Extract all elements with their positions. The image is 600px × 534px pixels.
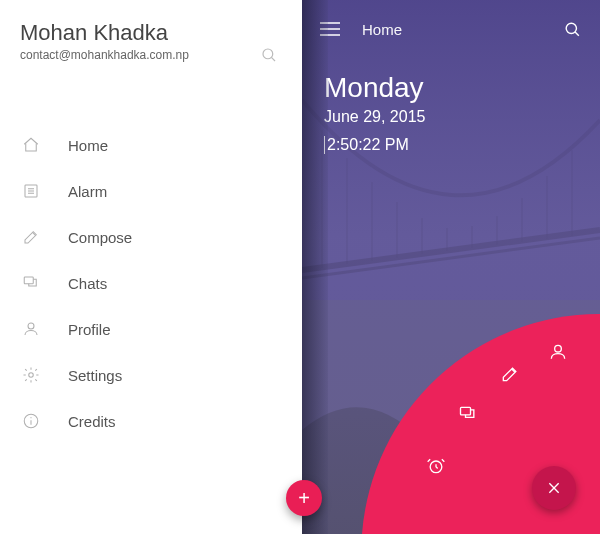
svg-point-7 <box>28 323 34 329</box>
profile-icon <box>20 320 42 338</box>
hero-block: Monday June 29, 2015 2:50:22 PM <box>302 58 600 172</box>
fan-close-button[interactable] <box>532 466 576 510</box>
menu-icon[interactable] <box>320 22 340 36</box>
list-icon <box>20 182 42 200</box>
svg-line-1 <box>271 57 275 61</box>
hero-time-text: 2:50:22 PM <box>327 136 409 154</box>
fan-compose-button[interactable] <box>498 362 522 386</box>
fan-profile-button[interactable] <box>546 340 570 364</box>
svg-point-8 <box>29 373 34 378</box>
nav-label: Chats <box>68 275 107 292</box>
svg-line-32 <box>575 32 579 36</box>
page-title: Home <box>362 21 402 38</box>
sidebar: Mohan Khadka contact@mohankhadka.com.np … <box>0 0 302 534</box>
hero-time: 2:50:22 PM <box>324 136 409 154</box>
nav-label: Settings <box>68 367 122 384</box>
chat-icon <box>20 274 42 292</box>
nav: Home Alarm Compose Chats <box>0 122 302 444</box>
nav-label: Alarm <box>68 183 107 200</box>
profile-name: Mohan Khadka <box>20 20 282 46</box>
svg-rect-34 <box>461 407 471 415</box>
nav-item-settings[interactable]: Settings <box>0 352 302 398</box>
info-icon <box>20 412 42 430</box>
svg-rect-6 <box>24 277 33 284</box>
hero-day: Monday <box>324 72 578 104</box>
text-caret <box>324 136 325 154</box>
gear-icon <box>20 366 42 384</box>
svg-point-31 <box>566 23 576 33</box>
profile-email: contact@mohankhadka.com.np <box>20 48 282 62</box>
nav-label: Profile <box>68 321 111 338</box>
search-icon[interactable] <box>260 46 278 64</box>
nav-label: Credits <box>68 413 116 430</box>
svg-point-11 <box>30 417 31 418</box>
home-icon <box>20 136 42 154</box>
nav-item-home[interactable]: Home <box>0 122 302 168</box>
compose-icon <box>20 228 42 246</box>
profile-block: Mohan Khadka contact@mohankhadka.com.np <box>0 16 302 62</box>
svg-point-33 <box>555 345 562 352</box>
hero-date: June 29, 2015 <box>324 108 578 126</box>
fan-chat-button[interactable] <box>456 402 480 426</box>
svg-point-0 <box>263 49 273 59</box>
nav-item-alarm[interactable]: Alarm <box>0 168 302 214</box>
fan-alarm-button[interactable] <box>424 454 448 478</box>
nav-label: Compose <box>68 229 132 246</box>
nav-item-chats[interactable]: Chats <box>0 260 302 306</box>
main-panel: Home Monday June 29, 2015 2:50:22 PM <box>302 0 600 534</box>
plus-icon: + <box>298 487 310 510</box>
nav-item-credits[interactable]: Credits <box>0 398 302 444</box>
search-icon[interactable] <box>563 20 582 39</box>
main-header: Home <box>302 0 600 58</box>
fab-add-button[interactable]: + <box>286 480 322 516</box>
nav-item-compose[interactable]: Compose <box>0 214 302 260</box>
nav-item-profile[interactable]: Profile <box>0 306 302 352</box>
nav-label: Home <box>68 137 108 154</box>
